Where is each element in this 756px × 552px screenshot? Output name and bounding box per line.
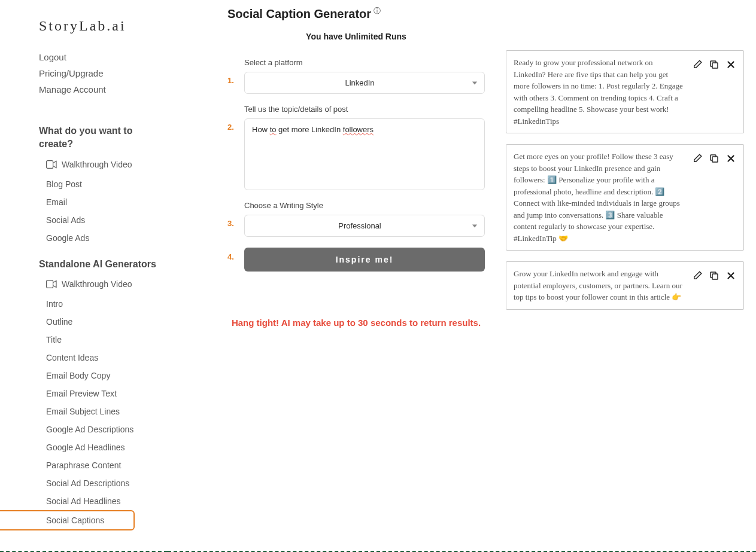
video-icon	[46, 280, 57, 288]
svg-rect-1	[47, 280, 53, 288]
nav-google-ads[interactable]: Google Ads	[39, 229, 168, 247]
pricing-link[interactable]: Pricing/Upgrade	[39, 65, 168, 81]
nav-email[interactable]: Email	[39, 193, 168, 211]
edit-icon[interactable]	[692, 59, 703, 70]
walkthrough-video-standalone[interactable]: Walkthrough Video	[39, 276, 168, 295]
loading-message: Hang tight! AI may take up to 30 seconds…	[227, 316, 485, 330]
close-icon[interactable]	[725, 153, 736, 164]
svg-rect-0	[47, 160, 53, 168]
edit-icon[interactable]	[692, 153, 703, 164]
inspire-button[interactable]: Inspire me!	[244, 248, 485, 272]
manage-account-link[interactable]: Manage Account	[39, 81, 168, 97]
nav-email-preview-text[interactable]: Email Preview Text	[39, 385, 168, 402]
walkthrough-video-create[interactable]: Walkthrough Video	[39, 156, 168, 175]
nav-google-ad-descriptions[interactable]: Google Ad Descriptions	[39, 420, 168, 438]
edit-icon[interactable]	[692, 270, 703, 281]
nav-social-ads[interactable]: Social Ads	[39, 211, 168, 229]
nav-intro[interactable]: Intro	[39, 295, 168, 313]
result-text: Ready to grow your professional network …	[514, 57, 685, 127]
logo: StoryLab.ai	[0, 18, 168, 49]
runs-remaining: You have Unlimited Runs	[227, 32, 485, 41]
step-number-1: 1.	[227, 58, 244, 85]
topic-textarea[interactable]: How to get more LinkedIn followers	[244, 118, 485, 190]
nav-google-ad-headlines[interactable]: Google Ad Headlines	[39, 438, 168, 456]
svg-rect-4	[712, 157, 718, 162]
nav-outline[interactable]: Outline	[39, 313, 168, 331]
svg-rect-5	[712, 274, 718, 279]
step-number-4: 4.	[227, 248, 244, 261]
nav-title[interactable]: Title	[39, 331, 168, 349]
standalone-section-title: Standalone AI Generators	[39, 258, 168, 271]
step-number-2: 2.	[227, 105, 244, 132]
page-title: Social Caption Generator	[227, 7, 371, 21]
close-icon[interactable]	[725, 270, 736, 281]
nav-social-captions[interactable]: Social Captions	[0, 510, 135, 530]
copy-icon[interactable]	[709, 153, 719, 164]
create-section-title: What do you want to create?	[39, 124, 168, 151]
result-text: Get more eyes on your profile! Follow th…	[514, 151, 685, 244]
close-icon[interactable]	[725, 59, 736, 70]
copy-icon[interactable]	[709, 59, 719, 70]
style-select[interactable]: Professional	[244, 215, 485, 237]
nav-email-subject-lines[interactable]: Email Subject Lines	[39, 402, 168, 420]
nav-social-ad-descriptions[interactable]: Social Ad Descriptions	[39, 474, 168, 492]
platform-label: Select a platform	[244, 58, 485, 67]
nav-paraphrase-content[interactable]: Paraphrase Content	[39, 456, 168, 474]
result-text: Grow your LinkedIn network and engage wi…	[514, 268, 685, 303]
walkthrough-label: Walkthrough Video	[62, 279, 132, 289]
result-card: Get more eyes on your profile! Follow th…	[506, 144, 744, 251]
result-card: Grow your LinkedIn network and engage wi…	[506, 261, 744, 310]
nav-social-ad-headlines[interactable]: Social Ad Headlines	[39, 492, 168, 510]
step-number-3: 3.	[227, 201, 244, 228]
logout-link[interactable]: Logout	[39, 49, 168, 65]
svg-rect-3	[712, 63, 718, 68]
video-icon	[46, 160, 57, 169]
info-icon[interactable]: ⓘ	[374, 6, 381, 16]
topic-label: Tell us the topic/details of post	[244, 105, 485, 114]
platform-select[interactable]: LinkedIn	[244, 72, 485, 94]
nav-blog-post[interactable]: Blog Post	[39, 175, 168, 193]
walkthrough-label: Walkthrough Video	[62, 160, 132, 169]
nav-content-ideas[interactable]: Content Ideas	[39, 349, 168, 367]
style-label: Choose a Writing Style	[244, 201, 485, 210]
nav-email-body-copy[interactable]: Email Body Copy	[39, 367, 168, 385]
copy-icon[interactable]	[709, 270, 719, 281]
result-card: Ready to grow your professional network …	[506, 50, 744, 133]
